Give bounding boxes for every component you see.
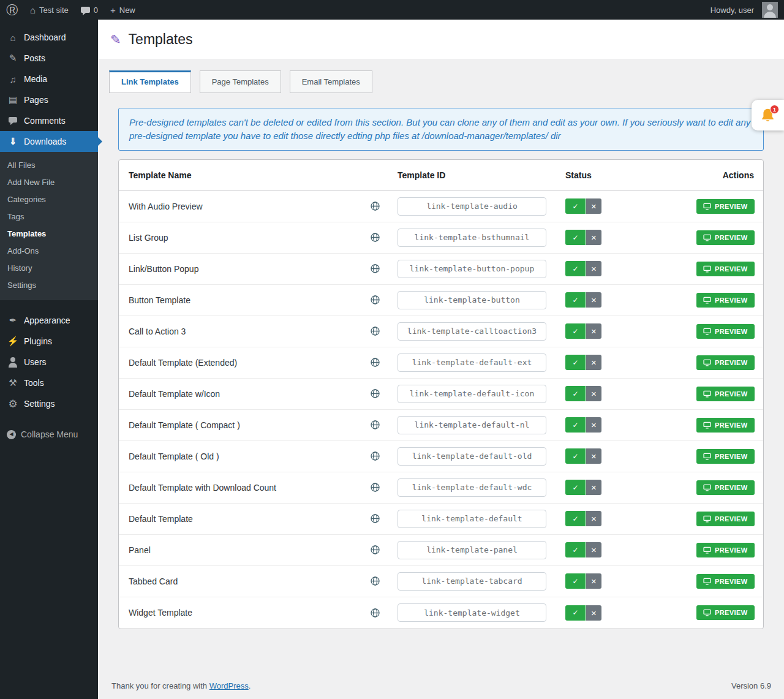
status-active-button[interactable] xyxy=(565,605,586,621)
preview-button[interactable]: PREVIEW xyxy=(696,512,755,526)
template-id-input[interactable] xyxy=(398,510,546,528)
globe-icon[interactable] xyxy=(370,295,380,305)
status-inactive-button[interactable] xyxy=(586,323,601,339)
status-inactive-button[interactable] xyxy=(586,417,601,433)
submenu-item-all-files[interactable]: All Files xyxy=(0,157,98,174)
sidebar-item-users[interactable]: Users xyxy=(0,352,98,372)
sidebar-item-plugins[interactable]: Plugins xyxy=(0,331,98,352)
status-active-button[interactable] xyxy=(565,542,586,557)
globe-icon[interactable] xyxy=(370,608,380,618)
submenu-item-tags[interactable]: Tags xyxy=(0,208,98,225)
tab-link-templates[interactable]: Link Templates xyxy=(109,70,191,93)
status-active-button[interactable] xyxy=(565,386,586,401)
sidebar-item-appearance[interactable]: Appearance xyxy=(0,310,98,331)
preview-button[interactable]: PREVIEW xyxy=(696,230,755,245)
preview-button[interactable]: PREVIEW xyxy=(696,262,755,276)
globe-icon[interactable] xyxy=(370,420,380,430)
tab-page-templates[interactable]: Page Templates xyxy=(200,70,281,93)
globe-icon[interactable] xyxy=(370,451,380,461)
submenu-item-add-new-file[interactable]: Add New File xyxy=(0,174,98,191)
status-active-button[interactable] xyxy=(565,355,586,370)
status-active-button[interactable] xyxy=(565,511,586,526)
submenu-item-templates[interactable]: Templates xyxy=(0,225,98,243)
template-id-input[interactable] xyxy=(398,385,546,403)
submenu-item-settings[interactable]: Settings xyxy=(0,277,98,294)
template-id-input[interactable] xyxy=(398,353,546,372)
globe-icon[interactable] xyxy=(370,326,380,336)
status-active-button[interactable] xyxy=(565,417,586,433)
notification-bell-widget[interactable]: 1 xyxy=(752,100,784,130)
sidebar-item-media[interactable]: Media xyxy=(0,69,98,89)
sidebar-item-tools[interactable]: Tools xyxy=(0,372,98,393)
status-inactive-button[interactable] xyxy=(586,573,601,589)
preview-button[interactable]: PREVIEW xyxy=(696,543,755,557)
wordpress-link[interactable]: WordPress xyxy=(209,681,249,690)
template-id-input[interactable] xyxy=(398,291,546,309)
submenu-item-add-ons[interactable]: Add-Ons xyxy=(0,243,98,260)
status-active-button[interactable] xyxy=(565,292,586,308)
template-id-input[interactable] xyxy=(398,541,546,559)
preview-button[interactable]: PREVIEW xyxy=(696,574,755,589)
status-active-button[interactable] xyxy=(565,230,586,245)
template-id-input[interactable] xyxy=(398,416,546,434)
sidebar-item-dashboard[interactable]: Dashboard xyxy=(0,27,98,48)
sidebar-item-collapse-menu[interactable]: Collapse Menu xyxy=(0,424,98,445)
submenu-item-history[interactable]: History xyxy=(0,260,98,277)
globe-icon[interactable] xyxy=(370,513,380,524)
globe-icon[interactable] xyxy=(370,232,380,243)
preview-button[interactable]: PREVIEW xyxy=(696,418,755,433)
sidebar-item-posts[interactable]: Posts xyxy=(0,48,98,69)
globe-icon[interactable] xyxy=(370,388,380,399)
site-name-link[interactable]: ⌂ Test site xyxy=(24,0,75,20)
preview-button[interactable]: PREVIEW xyxy=(696,355,755,370)
template-id-input[interactable] xyxy=(398,447,546,466)
status-inactive-button[interactable] xyxy=(586,198,601,214)
template-id-input[interactable] xyxy=(398,322,546,341)
wordpress-logo-menu[interactable]: Ⓡ xyxy=(0,0,24,20)
status-inactive-button[interactable] xyxy=(586,542,601,557)
tab-email-templates[interactable]: Email Templates xyxy=(290,70,372,93)
globe-icon[interactable] xyxy=(370,357,380,368)
status-inactive-button[interactable] xyxy=(586,511,601,526)
status-inactive-button[interactable] xyxy=(586,448,601,464)
globe-icon[interactable] xyxy=(370,545,380,555)
status-inactive-button[interactable] xyxy=(586,480,601,495)
sidebar-item-pages[interactable]: Pages xyxy=(0,89,98,110)
my-account-menu[interactable]: Howdy, user xyxy=(704,0,784,20)
globe-icon[interactable] xyxy=(370,201,380,211)
template-id-input[interactable] xyxy=(398,603,546,622)
status-active-button[interactable] xyxy=(565,198,586,214)
status-active-button[interactable] xyxy=(565,261,586,276)
template-id-input[interactable] xyxy=(398,260,546,278)
submenu-item-categories[interactable]: Categories xyxy=(0,191,98,208)
template-id-input[interactable] xyxy=(398,572,546,591)
preview-button[interactable]: PREVIEW xyxy=(696,449,755,464)
globe-icon[interactable] xyxy=(370,482,380,493)
preview-button[interactable]: PREVIEW xyxy=(696,199,755,214)
preview-button[interactable]: PREVIEW xyxy=(696,605,755,620)
preview-button[interactable]: PREVIEW xyxy=(696,324,755,339)
preview-button[interactable]: PREVIEW xyxy=(696,387,755,401)
new-content-menu[interactable]: + New xyxy=(104,0,141,20)
preview-button[interactable]: PREVIEW xyxy=(696,480,755,495)
globe-icon[interactable] xyxy=(370,576,380,586)
status-active-button[interactable] xyxy=(565,573,586,589)
globe-icon[interactable] xyxy=(370,263,380,274)
status-inactive-button[interactable] xyxy=(586,230,601,245)
status-inactive-button[interactable] xyxy=(586,292,601,308)
status-active-button[interactable] xyxy=(565,448,586,464)
status-inactive-button[interactable] xyxy=(586,386,601,401)
template-id-input[interactable] xyxy=(398,197,546,216)
comments-shortcut[interactable]: 0 xyxy=(75,0,104,20)
status-active-button[interactable] xyxy=(565,323,586,339)
status-inactive-button[interactable] xyxy=(586,605,601,621)
sidebar-item-downloads[interactable]: Downloads xyxy=(0,131,98,152)
template-id-input[interactable] xyxy=(398,478,546,497)
status-inactive-button[interactable] xyxy=(586,261,601,276)
sidebar-item-settings[interactable]: Settings xyxy=(0,393,98,414)
status-inactive-button[interactable] xyxy=(586,355,601,370)
sidebar-item-comments[interactable]: Comments xyxy=(0,110,98,131)
template-id-input[interactable] xyxy=(398,229,546,247)
status-active-button[interactable] xyxy=(565,480,586,495)
preview-button[interactable]: PREVIEW xyxy=(696,293,755,308)
